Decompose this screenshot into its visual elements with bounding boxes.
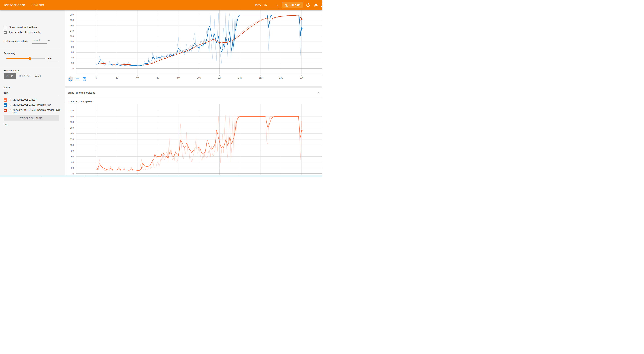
run-label: train/20201015-215937/rewards_raw (13, 104, 50, 106)
tooltip-sorting-select[interactable]: default (32, 39, 40, 42)
bottom-strip (0, 175, 322, 177)
upload-button-label: UPLOAD (290, 4, 300, 7)
divider (0, 48, 60, 48)
svg-text:120: 120 (70, 35, 74, 38)
run-row[interactable]: train/20201015-215937/rewards_moving_ave… (4, 109, 61, 114)
svg-text:140: 140 (70, 132, 74, 135)
tooltip-sorting-underline (32, 43, 47, 44)
svg-text:160: 160 (70, 127, 74, 129)
sidebar-scrollbar[interactable] (64, 103, 64, 129)
help-icon-partial[interactable] (320, 3, 322, 8)
section-header-steps-of-each-episode[interactable]: steps_of_each_episode (65, 88, 322, 98)
run-color-circle (9, 99, 11, 101)
svg-text:20: 20 (71, 62, 74, 64)
strip-tick (42, 176, 42, 177)
svg-text:140: 140 (238, 76, 242, 79)
svg-text:40: 40 (136, 76, 139, 79)
settings-gear-icon[interactable] (314, 3, 318, 8)
run-label: train/20201015-215937/rewards_moving_ave… (13, 109, 61, 114)
svg-text:120: 120 (218, 76, 221, 79)
tooltip-sorting-label: Tooltip sorting method: (4, 40, 28, 42)
fit-data-icon (83, 78, 86, 81)
check-icon (4, 104, 6, 106)
svg-text:0: 0 (72, 172, 74, 175)
main-content: 0204060801001201401601802000204060801001… (65, 10, 322, 175)
svg-text:60: 60 (71, 155, 74, 158)
section-title: steps_of_each_episode (68, 91, 95, 94)
svg-text:60: 60 (157, 76, 159, 79)
tab-scalars[interactable]: SCALARS (30, 0, 46, 10)
fullscreen-icon (69, 78, 72, 80)
run-row[interactable]: train/20201015-215937/rewards_raw (4, 104, 61, 107)
app-header: TensorBoard SCALARS INACTIVE UPLOAD (0, 0, 322, 10)
toggle-all-runs-button[interactable]: TOGGLE ALL RUNS (4, 115, 59, 121)
run-row[interactable]: train/20201015-215937 (4, 98, 61, 102)
horizontal-axis-label: Horizontal Axis (4, 69, 20, 72)
steps-chart[interactable]: 020406080100120140160180200220 (65, 104, 322, 175)
svg-text:160: 160 (259, 76, 262, 79)
show-download-links-row[interactable]: Show data download links (4, 26, 37, 29)
svg-text:20: 20 (116, 76, 118, 79)
run-color-circle (9, 109, 11, 111)
steps-chart-card: steps_of_each_episode 020406080100120140… (65, 98, 322, 175)
smoothing-slider-thumb[interactable] (28, 57, 31, 60)
run-checkbox[interactable] (4, 109, 7, 112)
check-icon (4, 99, 6, 101)
svg-text:180: 180 (70, 19, 74, 22)
rewards-chart[interactable]: 0204060801001201401601802000204060801001… (65, 10, 322, 86)
axis-button-relative[interactable]: RELATIVE (18, 73, 32, 79)
log-scale-button[interactable] (75, 76, 80, 82)
checkbox-checked[interactable] (4, 30, 7, 34)
smoothing-value[interactable]: 0.6 (48, 57, 52, 60)
svg-text:160: 160 (70, 24, 74, 27)
svg-text:200: 200 (70, 115, 74, 118)
svg-text:80: 80 (71, 46, 74, 48)
axis-button-step[interactable]: STEP (4, 73, 16, 79)
run-color-circle (9, 104, 11, 106)
svg-text:180: 180 (279, 76, 283, 79)
chevron-down-icon[interactable] (276, 5, 278, 6)
run-label: train/20201015-215937 (13, 98, 37, 101)
tab-active-indicator (30, 10, 46, 10)
svg-text:100: 100 (197, 76, 201, 79)
chevron-up-icon[interactable] (317, 92, 320, 94)
checkbox-label: Ignore outliers in chart scaling (9, 31, 41, 34)
chart-title: steps_of_each_episode (69, 100, 93, 103)
checkbox-unchecked[interactable] (4, 26, 7, 29)
upload-button[interactable]: UPLOAD (282, 2, 303, 8)
fit-domain-button[interactable] (82, 76, 87, 82)
ignore-outliers-row[interactable]: Ignore outliers in chart scaling (4, 30, 41, 34)
svg-text:200: 200 (70, 14, 74, 16)
chevron-down-icon[interactable] (48, 40, 50, 42)
svg-text:0: 0 (96, 76, 97, 79)
smoothing-slider-fill (6, 58, 30, 59)
settings-sidebar: Show data download links Ignore outliers… (0, 10, 65, 175)
svg-text:40: 40 (71, 161, 74, 164)
rewards-chart-card: 0204060801001201401601802000204060801001… (65, 10, 322, 86)
expand-chart-button[interactable] (68, 76, 73, 82)
info-icon (285, 4, 288, 7)
check-icon (4, 31, 6, 33)
lines-icon (76, 78, 79, 80)
strip-tick (85, 176, 85, 177)
runs-filter-underline (4, 96, 59, 96)
svg-text:120: 120 (70, 138, 74, 141)
runs-filter-input[interactable]: train (4, 92, 8, 94)
chart-toolbar (68, 76, 87, 82)
svg-text:80: 80 (177, 76, 180, 79)
checkbox-label: Show data download links (9, 26, 37, 29)
run-checkbox[interactable] (4, 98, 7, 102)
svg-text:0: 0 (72, 68, 74, 70)
svg-text:80: 80 (71, 150, 74, 152)
status-dropdown-value[interactable]: INACTIVE (255, 3, 267, 6)
smoothing-label: Smoothing (4, 52, 15, 54)
refresh-icon[interactable] (306, 3, 310, 8)
axis-button-wall[interactable]: WALL (34, 73, 42, 79)
svg-text:140: 140 (70, 30, 74, 32)
run-checkbox[interactable] (4, 104, 7, 107)
check-icon (4, 110, 6, 112)
svg-text:20: 20 (71, 167, 74, 170)
svg-text:40: 40 (71, 56, 74, 59)
svg-text:100: 100 (70, 144, 74, 146)
runs-title: Runs (4, 86, 10, 89)
